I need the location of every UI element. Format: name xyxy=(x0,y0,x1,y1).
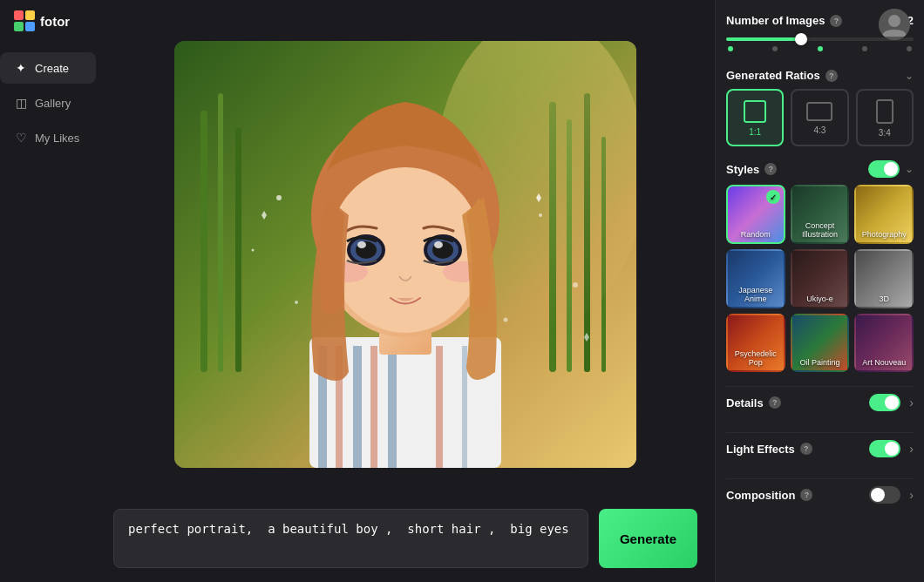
style-oil[interactable]: Oil Painting xyxy=(791,314,850,373)
details-chevron-icon[interactable]: › xyxy=(909,396,914,409)
ratios-header: Generated Ratios ? ⌄ xyxy=(726,69,914,82)
ratio-4-3-label: 4:3 xyxy=(814,125,826,135)
composition-info-icon[interactable]: ? xyxy=(800,489,812,501)
sidebar-item-create[interactable]: ✦ Create xyxy=(0,52,96,84)
generate-button[interactable]: Generate xyxy=(599,509,697,568)
styles-info-icon[interactable]: ? xyxy=(764,163,777,175)
style-random-check: ✓ xyxy=(766,190,780,204)
ratios-grid: 1:1 4:3 3:4 xyxy=(726,89,914,146)
style-ukiyo-thumb: Ukiyo-e xyxy=(792,251,848,307)
topbar: fotor xyxy=(0,0,96,42)
ratio-1-1-frame xyxy=(743,99,767,124)
details-toggle-actions: › xyxy=(869,394,914,411)
num-images-label: Number of Images xyxy=(726,14,825,27)
styles-title-group: Styles ? xyxy=(726,163,777,176)
style-3d[interactable]: 3D xyxy=(854,249,914,308)
svg-rect-42 xyxy=(807,103,832,120)
num-images-info-icon[interactable]: ? xyxy=(830,15,842,27)
light-effects-toggle-knob xyxy=(885,442,899,456)
style-photography[interactable]: Photography xyxy=(854,185,914,244)
sidebar-item-gallery[interactable]: ◫ Gallery xyxy=(0,87,96,118)
sidebar-item-likes-label: My Likes xyxy=(35,132,79,145)
style-random-label: Random xyxy=(741,230,771,239)
svg-rect-19 xyxy=(436,346,443,468)
style-nouveau-thumb: Art Nouveau xyxy=(856,315,912,371)
gallery-icon: ◫ xyxy=(14,96,28,110)
svg-point-30 xyxy=(357,241,366,248)
styles-grid: ✓ Random Concept Illustration Photograph… xyxy=(726,185,914,372)
ratios-section: Generated Ratios ? ⌄ 1:1 4 xyxy=(726,69,914,146)
ratios-label: Generated Ratios xyxy=(726,69,820,82)
prompt-input[interactable] xyxy=(113,509,588,568)
slider-dot-3 xyxy=(818,46,823,51)
light-effects-toggle-actions: › xyxy=(869,440,914,457)
details-title-group: Details ? xyxy=(726,396,781,409)
user-avatar[interactable] xyxy=(879,9,910,40)
ratio-4-3-frame xyxy=(805,101,833,122)
details-toggle[interactable] xyxy=(869,394,900,411)
svg-rect-7 xyxy=(235,128,241,372)
light-effects-label: Light Effects xyxy=(726,443,795,456)
light-effects-toggle[interactable] xyxy=(869,440,900,457)
style-photo-label: Photography xyxy=(862,230,907,239)
style-concept[interactable]: Concept Illustration xyxy=(791,185,850,244)
svg-rect-2 xyxy=(14,22,24,31)
light-effects-chevron-icon[interactable]: › xyxy=(909,442,914,456)
composition-section: Composition ? › xyxy=(726,478,914,511)
svg-point-39 xyxy=(573,282,578,288)
svg-rect-1 xyxy=(25,10,35,20)
svg-rect-3 xyxy=(25,22,35,31)
avatar-icon xyxy=(879,9,910,40)
details-label: Details xyxy=(726,396,764,409)
slider-dot-5 xyxy=(907,46,912,51)
light-effects-info-icon[interactable]: ? xyxy=(800,443,812,455)
ratios-info-icon[interactable]: ? xyxy=(825,70,838,82)
svg-point-35 xyxy=(276,195,282,200)
ratio-4-3[interactable]: 4:3 xyxy=(791,89,848,146)
svg-rect-0 xyxy=(14,10,24,20)
svg-rect-16 xyxy=(353,346,362,468)
style-photo-thumb: Photography xyxy=(856,186,912,242)
details-toggle-knob xyxy=(885,396,899,409)
ratios-expand-icon[interactable]: ⌄ xyxy=(905,70,914,82)
composition-chevron-icon[interactable]: › xyxy=(909,488,914,502)
ratio-3-4-label: 3:4 xyxy=(879,128,891,138)
svg-point-40 xyxy=(252,249,255,252)
styles-toggle-actions: ⌄ xyxy=(868,160,914,178)
heart-icon: ♡ xyxy=(14,131,28,145)
sidebar: fotor ✦ Create ◫ Gallery ♡ My Likes xyxy=(0,0,96,582)
styles-expand-icon[interactable]: ⌄ xyxy=(905,163,914,175)
style-nouveau-label: Art Nouveau xyxy=(862,358,906,367)
composition-title-group: Composition ? xyxy=(726,489,812,502)
style-oil-label: Oil Painting xyxy=(799,358,839,367)
svg-point-37 xyxy=(504,318,508,322)
style-random[interactable]: ✓ Random xyxy=(726,185,785,244)
styles-section: Styles ? ⌄ ✓ Random Concept Illustration xyxy=(726,160,914,372)
sidebar-item-create-label: Create xyxy=(35,62,69,75)
sidebar-item-gallery-label: Gallery xyxy=(35,97,71,110)
style-concept-label: Concept Illustration xyxy=(792,221,848,239)
slider-dots xyxy=(726,46,914,51)
ratio-3-4[interactable]: 3:4 xyxy=(856,89,914,146)
style-anime[interactable]: Japanese Anime xyxy=(726,249,785,308)
style-concept-thumb: Concept Illustration xyxy=(792,186,848,242)
svg-point-36 xyxy=(539,213,542,217)
details-info-icon[interactable]: ? xyxy=(769,396,781,409)
style-anime-thumb: Japanese Anime xyxy=(728,251,784,307)
sidebar-item-my-likes[interactable]: ♡ My Likes xyxy=(0,122,96,153)
image-area xyxy=(96,9,715,500)
slider-track xyxy=(726,37,914,41)
ratio-1-1[interactable]: 1:1 xyxy=(726,89,784,146)
composition-toggle[interactable] xyxy=(869,486,900,504)
style-ukiyo[interactable]: Ukiyo-e xyxy=(791,249,850,308)
slider-dot-1 xyxy=(728,46,733,51)
ratio-3-4-frame xyxy=(875,98,894,125)
num-images-title-group: Number of Images ? xyxy=(726,14,842,27)
style-nouveau[interactable]: Art Nouveau xyxy=(854,314,914,373)
style-psychedelic[interactable]: Psychedelic Pop xyxy=(726,314,785,373)
slider-dot-4 xyxy=(862,46,867,51)
svg-rect-6 xyxy=(218,93,223,372)
styles-toggle[interactable] xyxy=(868,160,900,178)
ratio-1-1-label: 1:1 xyxy=(749,127,761,137)
styles-toggle-knob xyxy=(884,162,898,176)
